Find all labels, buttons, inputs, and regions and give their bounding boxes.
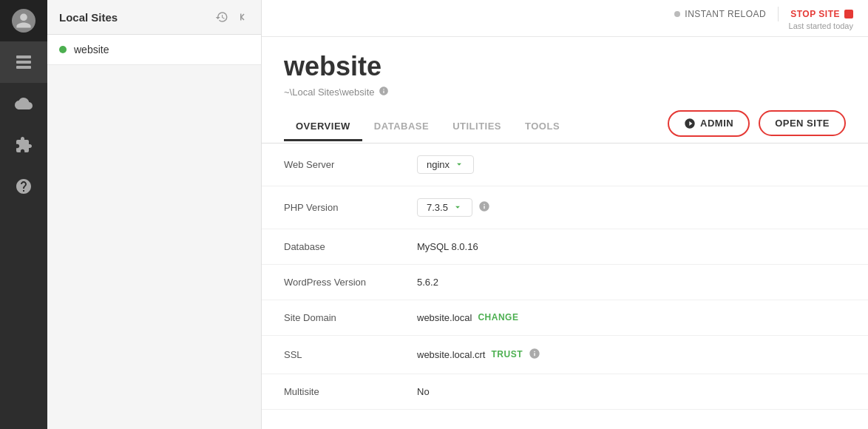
ssl-value: website.local.crt TRUST — [417, 348, 540, 362]
tab-utilities[interactable]: UTILITIES — [441, 112, 513, 141]
sites-panel-title: Local Sites — [59, 11, 118, 24]
web-server-value: nginx — [417, 155, 474, 174]
sidebar-icons — [0, 0, 47, 429]
sidebar-item-cloud[interactable] — [0, 83, 47, 124]
instant-reload-label: INSTANT RELOAD — [685, 9, 766, 19]
web-server-row: Web Server nginx — [262, 143, 868, 186]
site-title: website — [284, 52, 846, 81]
stop-site-button[interactable]: STOP SITE — [790, 9, 853, 19]
sidebar-item-sites[interactable] — [0, 41, 47, 83]
php-version-value: 7.3.5 — [417, 198, 490, 217]
site-list-item[interactable]: website — [47, 35, 261, 65]
database-label: Database — [284, 241, 417, 252]
wordpress-version-label: WordPress Version — [284, 277, 417, 288]
top-bar: INSTANT RELOAD STOP SITE Last started to… — [262, 0, 868, 37]
svg-rect-2 — [16, 66, 31, 69]
wordpress-version-row: WordPress Version 5.6.2 — [262, 265, 868, 300]
php-info-icon[interactable] — [478, 200, 490, 214]
instant-reload-toggle[interactable]: INSTANT RELOAD — [674, 9, 766, 19]
sites-panel-actions — [215, 10, 249, 24]
tab-action-buttons: ADMIN OPEN SITE — [668, 110, 846, 143]
web-server-label: Web Server — [284, 159, 417, 170]
wordpress-icon — [684, 118, 696, 129]
admin-button[interactable]: ADMIN — [668, 110, 750, 137]
site-status-dot — [59, 46, 67, 53]
avatar — [12, 9, 35, 33]
multisite-text: No — [417, 386, 430, 397]
open-site-label: OPEN SITE — [775, 118, 830, 129]
web-server-dropdown[interactable]: nginx — [417, 155, 474, 174]
main-content: INSTANT RELOAD STOP SITE Last started to… — [262, 0, 868, 429]
info-icon-path[interactable] — [379, 86, 389, 98]
sidebar-item-help[interactable] — [0, 166, 47, 207]
change-domain-button[interactable]: CHANGE — [478, 312, 518, 322]
multisite-value: No — [417, 386, 430, 397]
site-name: website — [74, 44, 109, 55]
site-header: website ~\Local Sites\website — [262, 37, 868, 98]
svg-rect-0 — [16, 55, 31, 58]
php-version-row: PHP Version 7.3.5 — [262, 186, 868, 229]
sites-panel-header: Local Sites — [47, 0, 261, 35]
stop-site-label: STOP SITE — [790, 9, 840, 19]
sites-panel: Local Sites website — [47, 0, 262, 429]
instant-reload-dot — [674, 11, 680, 17]
history-icon[interactable] — [215, 10, 228, 24]
sites-icon — [15, 53, 33, 71]
ssl-text: website.local.crt — [417, 349, 485, 360]
database-value: MySQL 8.0.16 — [417, 241, 478, 252]
extensions-icon — [15, 136, 33, 154]
tab-tools[interactable]: TOOLS — [513, 112, 572, 141]
sidebar-item-extensions[interactable] — [0, 124, 47, 166]
database-row: Database MySQL 8.0.16 — [262, 229, 868, 265]
database-text: MySQL 8.0.16 — [417, 241, 478, 252]
svg-rect-1 — [16, 61, 31, 64]
last-started-text: Last started today — [789, 21, 853, 30]
web-server-dropdown-value: nginx — [427, 159, 450, 170]
site-domain-row: Site Domain website.local CHANGE — [262, 300, 868, 336]
php-version-dropdown[interactable]: 7.3.5 — [417, 198, 472, 217]
stop-dot — [844, 10, 853, 18]
php-version-dropdown-value: 7.3.5 — [427, 202, 448, 213]
admin-label: ADMIN — [700, 118, 733, 129]
trust-button[interactable]: TRUST — [491, 349, 523, 359]
open-site-button[interactable]: OPEN SITE — [759, 110, 846, 136]
ssl-info-icon[interactable] — [529, 348, 540, 362]
tab-database[interactable]: DATABASE — [362, 112, 441, 141]
ssl-label: SSL — [284, 349, 417, 360]
user-icon — [15, 12, 33, 30]
cloud-icon — [15, 95, 33, 112]
tab-overview[interactable]: OVERVIEW — [284, 112, 362, 141]
site-path: ~\Local Sites\website — [284, 86, 846, 98]
php-version-label: PHP Version — [284, 202, 417, 213]
wordpress-version-text: 5.6.2 — [417, 277, 438, 288]
multisite-label: Multisite — [284, 386, 417, 397]
chevron-down-icon — [452, 202, 463, 212]
info-table: Web Server nginx PHP Version 7.3.5 — [262, 143, 868, 410]
sidebar-item-avatar[interactable] — [0, 0, 47, 41]
site-path-text: ~\Local Sites\website — [284, 87, 374, 98]
site-domain-text: website.local — [417, 312, 472, 323]
content-area: Web Server nginx PHP Version 7.3.5 — [262, 143, 868, 429]
top-right-area: INSTANT RELOAD STOP SITE Last started to… — [674, 7, 853, 30]
site-domain-value: website.local CHANGE — [417, 312, 518, 323]
collapse-icon[interactable] — [236, 10, 249, 24]
help-icon — [15, 178, 33, 195]
wordpress-version-value: 5.6.2 — [417, 277, 438, 288]
multisite-row: Multisite No — [262, 374, 868, 410]
chevron-down-icon — [454, 159, 464, 169]
site-domain-label: Site Domain — [284, 312, 417, 323]
divider — [778, 7, 779, 21]
ssl-row: SSL website.local.crt TRUST — [262, 336, 868, 374]
tab-bar: OVERVIEW DATABASE UTILITIES TOOLS ADMIN … — [262, 110, 868, 143]
